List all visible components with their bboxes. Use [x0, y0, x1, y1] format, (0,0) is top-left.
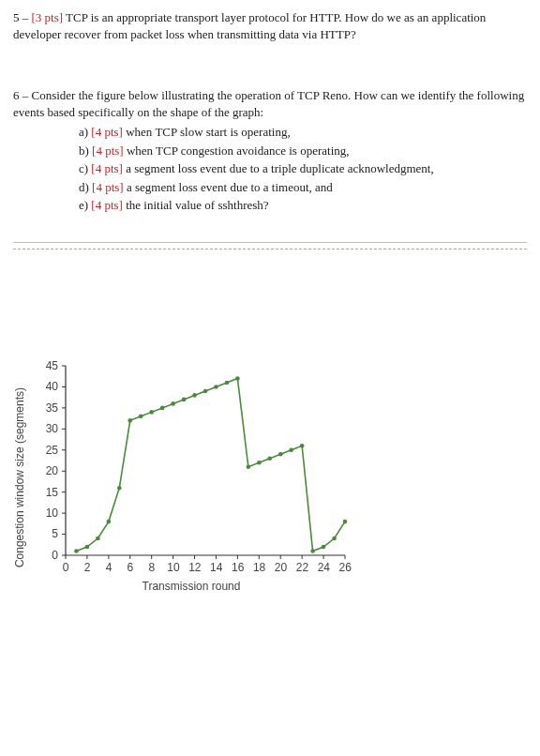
y-tick-label: 45 [46, 359, 58, 372]
q6-item-a: a) [4 pts] when TCP slow start is operat… [79, 124, 527, 141]
y-axis-label: Congestion window size (segments) [13, 387, 26, 567]
data-point [343, 520, 348, 524]
data-point [225, 381, 230, 386]
item-label: b) [79, 144, 92, 158]
q5-prefix: 5 – [13, 10, 32, 24]
data-point [214, 385, 218, 389]
x-tick-label: 4 [106, 561, 112, 574]
y-tick-label: 20 [46, 464, 58, 477]
item-text: a segment loss event due to a timeout, a… [124, 180, 333, 194]
data-point [203, 389, 208, 394]
question-5: 5 – [3 pts] TCP is an appropriate transp… [13, 9, 527, 42]
item-text: when TCP slow start is operating, [123, 125, 291, 139]
item-label: a) [79, 125, 91, 139]
q5-text: TCP is an appropriate transport layer pr… [13, 10, 486, 41]
q5-points: [3 pts] [32, 10, 64, 24]
q6-text: Consider the figure below illustrating t… [13, 88, 524, 119]
data-line [76, 378, 345, 551]
chart-plot: 0510152025303540450246810121416182022242… [32, 362, 351, 578]
data-point [107, 520, 112, 524]
data-point [85, 545, 90, 550]
x-tick-label: 2 [84, 561, 91, 574]
y-tick-label: 40 [46, 380, 58, 393]
data-point [278, 452, 283, 457]
data-point [139, 414, 143, 418]
data-point [322, 545, 326, 550]
x-tick-label: 14 [210, 561, 222, 574]
data-point [149, 410, 154, 415]
y-tick-label: 0 [52, 549, 58, 562]
item-points: [4 pts] [91, 125, 123, 139]
q6-item-b: b) [4 pts] when TCP congestion avoidance… [79, 143, 527, 159]
x-tick-label: 26 [339, 561, 352, 574]
divider-dashed [13, 249, 527, 249]
chart-svg [32, 362, 351, 578]
data-point [289, 447, 293, 452]
y-tick-label: 25 [46, 444, 58, 457]
chart-area: Congestion window size (segments) 051015… [13, 362, 351, 593]
q6-item-d: d) [4 pts] a segment loss event due to a… [79, 179, 527, 196]
divider-solid [13, 242, 527, 243]
q6-prefix: 6 – [13, 88, 32, 102]
page: 5 – [3 pts] TCP is an appropriate transp… [0, 0, 540, 612]
x-tick-label: 18 [253, 561, 265, 574]
item-points: [4 pts] [92, 180, 124, 194]
item-label: e) [79, 198, 91, 212]
data-point [332, 537, 337, 541]
y-tick-label: 35 [46, 401, 58, 415]
data-point [96, 537, 100, 541]
item-label: d) [79, 180, 92, 194]
data-point [182, 398, 187, 402]
data-point [192, 393, 197, 398]
x-tick-label: 0 [63, 561, 69, 574]
data-point [247, 464, 251, 469]
q6-item-c: c) [4 pts] a segment loss event due to a… [79, 160, 527, 177]
item-points: [4 pts] [91, 198, 123, 212]
plot-and-x: 0510152025303540450246810121416182022242… [32, 362, 351, 593]
data-point [257, 461, 262, 465]
data-point [235, 376, 240, 381]
q6-items: a) [4 pts] when TCP slow start is operat… [79, 124, 527, 214]
x-tick-label: 20 [275, 561, 287, 574]
x-tick-label: 12 [188, 561, 201, 574]
x-tick-label: 16 [232, 561, 244, 574]
q6-prompt: 6 – Consider the figure below illustrati… [13, 87, 527, 120]
x-tick-label: 22 [296, 561, 308, 574]
x-tick-label: 10 [167, 561, 179, 574]
data-point [300, 444, 305, 448]
item-text: the initial value of sshthresh? [123, 198, 269, 212]
chart-container: Congestion window size (segments) 051015… [13, 362, 527, 593]
question-6: 6 – Consider the figure below illustrati… [13, 87, 527, 214]
x-tick-label: 24 [318, 561, 330, 574]
x-axis-label: Transmission round [142, 580, 241, 593]
y-tick-label: 15 [46, 486, 58, 499]
data-point [310, 549, 315, 553]
y-tick-label: 5 [52, 527, 58, 540]
data-point [74, 549, 79, 553]
item-points: [4 pts] [92, 144, 124, 158]
item-text: when TCP congestion avoidance is operati… [124, 144, 350, 158]
y-tick-label: 30 [46, 422, 58, 435]
x-tick-label: 8 [148, 561, 155, 574]
data-point [267, 456, 272, 461]
data-point [117, 486, 122, 491]
data-point [128, 418, 132, 423]
item-label: c) [79, 161, 91, 175]
data-point [160, 406, 165, 411]
data-point [171, 401, 175, 406]
x-tick-label: 6 [128, 561, 134, 574]
item-text: a segment loss event due to a triple dup… [123, 161, 434, 175]
item-points: [4 pts] [91, 161, 123, 175]
y-tick-label: 10 [46, 507, 58, 520]
q6-item-e: e) [4 pts] the initial value of sshthres… [79, 197, 527, 214]
